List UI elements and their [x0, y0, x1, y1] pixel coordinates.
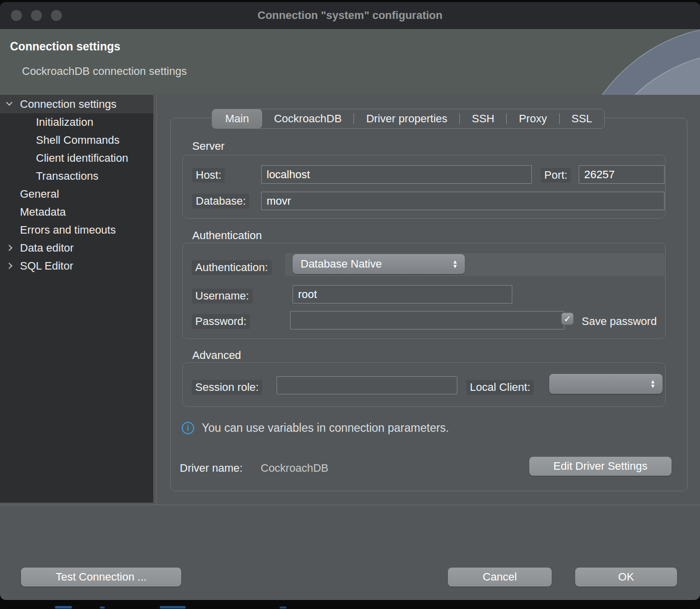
database-label: Database:: [192, 194, 249, 209]
database-input[interactable]: [261, 192, 665, 210]
variables-hint-text: You can use variables in connection para…: [202, 421, 449, 435]
edit-driver-settings-button[interactable]: Edit Driver Settings: [529, 457, 672, 476]
tab-ssh[interactable]: SSH: [460, 109, 506, 128]
tree-item-connection-settings[interactable]: Connection settings: [0, 95, 153, 113]
page-title: Connection settings: [10, 40, 120, 53]
host-label: Host:: [192, 168, 225, 183]
save-password-label: Save password: [578, 314, 660, 329]
titlebar[interactable]: Connection "system" configuration: [0, 2, 700, 29]
tree-item-sql-editor[interactable]: SQL Editor: [0, 257, 153, 275]
background-glyph: [160, 606, 186, 609]
chevron-down-icon[interactable]: [6, 99, 12, 106]
tab-proxy[interactable]: Proxy: [507, 109, 559, 128]
ok-button[interactable]: OK: [575, 568, 677, 587]
chevron-right-icon[interactable]: [6, 263, 12, 269]
tree-item-label: General: [20, 188, 59, 201]
minimize-window-icon[interactable]: [31, 10, 42, 21]
tree-item-shell-commands[interactable]: Shell Commands: [0, 131, 153, 149]
local-client-label: Local Client:: [466, 380, 534, 395]
combo-updown-icon: ▲▼: [650, 379, 656, 388]
port-input[interactable]: [579, 165, 665, 184]
tree-item-metadata[interactable]: Metadata: [0, 203, 153, 221]
advanced-group-label: Advanced: [192, 349, 241, 362]
tab-main[interactable]: Main: [212, 109, 262, 128]
server-group-label: Server: [192, 140, 225, 153]
tree-item-label: Shell Commands: [36, 134, 120, 147]
tree-item-client-identification[interactable]: Client identification: [0, 149, 153, 167]
checkmark-icon: ✓: [564, 313, 571, 324]
tree-item-transactions[interactable]: Transactions: [0, 167, 153, 185]
host-input[interactable]: [261, 165, 532, 184]
tab-bar: Main CockroachDB Driver properties SSH P…: [212, 109, 605, 129]
combo-updown-icon: ▲▼: [452, 260, 458, 269]
info-circle-icon: i: [182, 422, 194, 434]
tree-item-general[interactable]: General: [0, 185, 153, 203]
save-password-checkbox[interactable]: ✓: [561, 312, 574, 325]
connection-config-dialog: Connection "system" configuration Connec…: [0, 2, 700, 600]
close-window-icon[interactable]: [11, 10, 22, 21]
authentication-select[interactable]: Database Native ▲▼: [293, 254, 465, 274]
tab-driver-properties[interactable]: Driver properties: [354, 109, 459, 128]
tab-ssl[interactable]: SSL: [560, 109, 605, 128]
header-decoration-arcs: [575, 29, 700, 95]
local-client-select[interactable]: ▲▼: [549, 374, 663, 394]
password-label: Password:: [192, 314, 250, 329]
footer-divider: [0, 505, 700, 505]
desktop-background-sliver: [0, 600, 700, 609]
username-label: Username:: [192, 289, 253, 304]
background-glyph: [55, 606, 72, 609]
tree-item-label: SQL Editor: [20, 260, 73, 273]
authentication-label: Authentication:: [192, 260, 272, 275]
username-input[interactable]: [293, 285, 512, 304]
sidebar-divider: [156, 95, 157, 505]
window-title: Connection "system" configuration: [258, 9, 442, 22]
tree-item-label: Metadata: [20, 206, 66, 219]
tree-item-label: Transactions: [36, 170, 98, 183]
test-connection-button[interactable]: Test Connection ...: [21, 568, 181, 587]
session-role-input[interactable]: [277, 376, 457, 394]
background-glyph: [280, 607, 287, 609]
session-role-label: Session role:: [192, 380, 262, 395]
chevron-right-icon[interactable]: [6, 245, 12, 251]
tree-item-label: Errors and timeouts: [20, 224, 116, 237]
authentication-selected-value: Database Native: [301, 258, 382, 271]
tree-item-data-editor[interactable]: Data editor: [0, 239, 153, 257]
tab-cockroachdb[interactable]: CockroachDB: [262, 109, 354, 128]
page-subtitle: CockroachDB connection settings: [22, 65, 187, 78]
tree-item-label: Data editor: [20, 242, 74, 255]
tree-item-label: Initialization: [36, 116, 93, 129]
driver-name-value: CockroachDB: [261, 462, 329, 475]
port-label: Port:: [541, 168, 571, 183]
tree-item-initialization[interactable]: Initialization: [0, 113, 153, 131]
tree-item-label: Connection settings: [20, 98, 116, 111]
background-glyph: [100, 607, 105, 609]
cancel-button[interactable]: Cancel: [448, 568, 552, 587]
traffic-lights: [11, 10, 62, 21]
dialog-header: Connection settings CockroachDB connecti…: [0, 29, 700, 95]
maximize-window-icon[interactable]: [51, 10, 62, 21]
settings-tree: Connection settings Initialization Shell…: [0, 95, 153, 503]
driver-name-label: Driver name:: [180, 462, 243, 475]
tree-item-errors-and-timeouts[interactable]: Errors and timeouts: [0, 221, 153, 239]
password-input[interactable]: [290, 311, 564, 329]
tree-item-label: Client identification: [36, 152, 128, 165]
authentication-group-label: Authentication: [192, 229, 262, 242]
